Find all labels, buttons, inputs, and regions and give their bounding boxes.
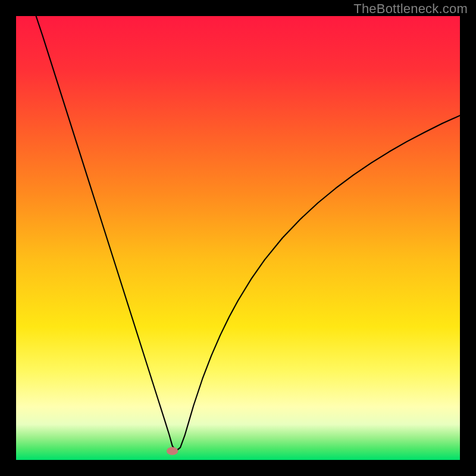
chart-background	[16, 16, 460, 460]
chart-svg	[16, 16, 460, 460]
chart-frame: TheBottleneck.com	[0, 0, 476, 476]
optimal-point-marker	[167, 447, 178, 455]
watermark-text: TheBottleneck.com	[353, 1, 468, 17]
chart-plot-area	[16, 16, 460, 460]
